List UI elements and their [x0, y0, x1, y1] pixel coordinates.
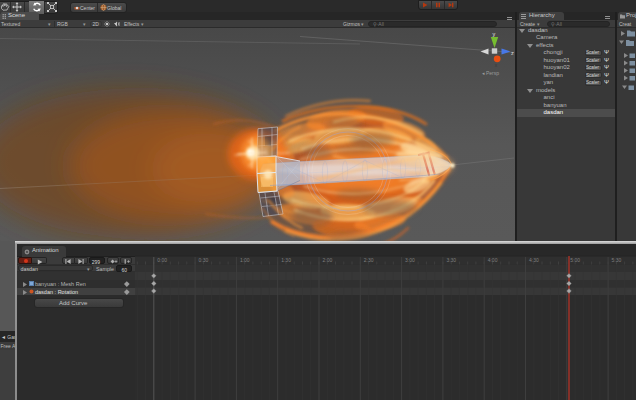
svg-text:1:30: 1:30 — [281, 257, 291, 263]
svg-text:4:00: 4:00 — [488, 257, 498, 263]
svg-text:4:30: 4:30 — [529, 257, 539, 263]
svg-text:3:00: 3:00 — [405, 257, 415, 263]
svg-text:y: y — [493, 31, 496, 37]
svg-text:0:00: 0:00 — [157, 257, 167, 263]
svg-text:◂ Persp: ◂ Persp — [482, 69, 499, 75]
svg-text:5:30: 5:30 — [612, 257, 622, 263]
svg-text:5:00: 5:00 — [570, 257, 580, 263]
svg-text:3:30: 3:30 — [446, 257, 456, 263]
svg-text:2:30: 2:30 — [364, 257, 374, 263]
svg-text:1:00: 1:00 — [240, 257, 250, 263]
svg-text:2:00: 2:00 — [323, 257, 333, 263]
svg-text:0:30: 0:30 — [199, 257, 209, 263]
svg-text:x: x — [495, 61, 498, 67]
